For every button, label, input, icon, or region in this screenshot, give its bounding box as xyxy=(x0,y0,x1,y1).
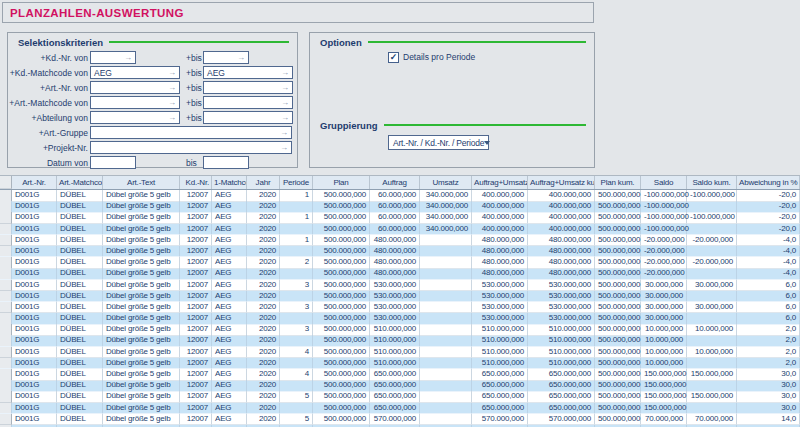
field-datum-von-input[interactable] xyxy=(90,156,136,169)
cell-saldo: 10.000,000 xyxy=(641,347,687,359)
checkmark-icon: ✓ xyxy=(390,53,398,62)
row-selector[interactable] xyxy=(0,190,12,202)
cell-auftrag-umsatz-kum: 400.000,000 xyxy=(528,212,595,224)
field-row-kd-matchcode-von: +Kd.-Matchcode vonAEG→+bisAEG→ xyxy=(8,65,297,80)
cell-auftrag-umsatz-kum: 480.000,000 xyxy=(528,268,595,280)
row-selector[interactable] xyxy=(0,224,12,236)
row-selector[interactable] xyxy=(0,403,12,415)
row-selector[interactable] xyxy=(0,391,12,403)
row-selector[interactable] xyxy=(0,369,12,381)
cell-1-matchcode: AEG xyxy=(212,347,247,359)
cell-art-matchcode: DÜBEL xyxy=(57,235,103,247)
cell-1-matchcode: AEG xyxy=(212,201,247,213)
cell-art-matchcode: DÜBEL xyxy=(57,391,103,403)
field-label-abteilung-von: +Abteilung von xyxy=(11,113,90,123)
table-row[interactable]: D001GDÜBELDübel größe 5 gelb12007AEG2020… xyxy=(0,369,800,380)
cell-saldo-kum: -100.000,000 xyxy=(687,190,737,202)
row-selector[interactable] xyxy=(0,313,12,325)
cell-jahr: 2020 xyxy=(247,224,280,236)
field-kd-nr-von-input[interactable]: → xyxy=(90,51,136,64)
field-datum-von-bis-input[interactable] xyxy=(203,156,249,169)
table-row[interactable]: D001GDÜBELDübel größe 5 gelb12007AEG2020… xyxy=(0,246,800,257)
field-abteilung-von-bis-input[interactable]: → xyxy=(203,111,293,124)
table-row[interactable]: D001GDÜBELDübel größe 5 gelb12007AEG2020… xyxy=(0,380,800,391)
cell-auftrag: 510.000,000 xyxy=(370,347,420,359)
table-row[interactable]: D001GDÜBELDübel größe 5 gelb12007AEG2020… xyxy=(0,324,800,335)
row-selector[interactable] xyxy=(0,414,12,426)
table-row[interactable]: D001GDÜBELDübel größe 5 gelb12007AEG2020… xyxy=(0,358,800,369)
cell-saldo-kum xyxy=(687,313,737,325)
field-kd-matchcode-von-bis-input[interactable]: AEG→ xyxy=(203,66,293,79)
table-row[interactable]: D001GDÜBELDübel größe 5 gelb12007AEG2020… xyxy=(0,403,800,414)
cell-auftrag-umsatz-kum: 400.000,000 xyxy=(528,201,595,213)
table-row[interactable]: D001GDÜBELDübel größe 5 gelb12007AEG2020… xyxy=(0,190,800,201)
cell-plan-kum: 500.000,000 xyxy=(595,313,641,325)
row-selector[interactable] xyxy=(0,246,12,258)
row-selector[interactable] xyxy=(0,257,12,269)
field-projekt-nr-input[interactable]: → xyxy=(90,141,292,154)
lookup-arrow-icon[interactable]: → xyxy=(168,69,176,77)
row-selector[interactable] xyxy=(0,280,12,292)
field-art-matchcode-von-bis-input[interactable]: → xyxy=(203,96,293,109)
row-selector[interactable] xyxy=(0,201,12,213)
details-pro-periode-checkbox[interactable]: ✓ xyxy=(388,52,399,63)
row-selector[interactable] xyxy=(0,380,12,392)
table-row[interactable]: D001GDÜBELDübel größe 5 gelb12007AEG2020… xyxy=(0,302,800,313)
field-kd-matchcode-von-input[interactable]: AEG→ xyxy=(90,66,180,79)
table-row[interactable]: D001GDÜBELDübel größe 5 gelb12007AEG2020… xyxy=(0,257,800,268)
lookup-arrow-icon[interactable]: → xyxy=(281,69,289,77)
cell-saldo: 30.000,000 xyxy=(641,302,687,314)
table-row[interactable]: D001GDÜBELDübel größe 5 gelb12007AEG2020… xyxy=(0,224,800,235)
table-row[interactable]: D001GDÜBELDübel größe 5 gelb12007AEG2020… xyxy=(0,212,800,223)
cell-plan: 500.000,000 xyxy=(313,280,370,292)
table-row[interactable]: D001GDÜBELDübel größe 5 gelb12007AEG2020… xyxy=(0,335,800,346)
row-selector[interactable] xyxy=(0,324,12,336)
field-art-matchcode-von-input[interactable]: → xyxy=(90,96,180,109)
lookup-arrow-icon[interactable]: → xyxy=(281,114,289,122)
col-header-jahr: Jahr xyxy=(247,176,280,189)
table-row[interactable]: D001GDÜBELDübel größe 5 gelb12007AEG2020… xyxy=(0,201,800,212)
lookup-arrow-icon[interactable]: → xyxy=(124,54,132,62)
cell-plan: 500.000,000 xyxy=(313,369,370,381)
lookup-arrow-icon[interactable]: → xyxy=(168,114,176,122)
row-selector[interactable] xyxy=(0,212,12,224)
table-row[interactable]: D001GDÜBELDübel größe 5 gelb12007AEG2020… xyxy=(0,268,800,279)
grouping-select[interactable]: Art.-Nr. / Kd.-Nr. / Periode xyxy=(388,135,489,150)
cell-periode: 1 xyxy=(280,235,313,247)
row-selector[interactable] xyxy=(0,302,12,314)
lookup-arrow-icon[interactable]: → xyxy=(237,54,245,62)
table-row[interactable]: D001GDÜBELDübel größe 5 gelb12007AEG2020… xyxy=(0,347,800,358)
table-row[interactable]: D001GDÜBELDübel größe 5 gelb12007AEG2020… xyxy=(0,235,800,246)
bis-label-kd-nr-von: +bis xyxy=(183,53,203,63)
cell-plan-kum: 500.000,000 xyxy=(595,324,641,336)
row-selector[interactable] xyxy=(0,291,12,303)
lookup-arrow-icon[interactable]: → xyxy=(280,144,288,152)
row-selector[interactable] xyxy=(0,335,12,347)
row-selector[interactable] xyxy=(0,347,12,359)
cell-saldo: 30.000,000 xyxy=(641,291,687,303)
field-art-gruppe-input[interactable]: → xyxy=(90,126,292,139)
table-row[interactable]: D001GDÜBELDübel größe 5 gelb12007AEG2020… xyxy=(0,391,800,402)
cell-art-matchcode: DÜBEL xyxy=(57,224,103,236)
row-selector[interactable] xyxy=(0,358,12,370)
lookup-arrow-icon[interactable]: → xyxy=(168,84,176,92)
row-selector[interactable] xyxy=(0,235,12,247)
lookup-arrow-icon[interactable]: → xyxy=(281,99,289,107)
lookup-arrow-icon[interactable]: → xyxy=(281,84,289,92)
field-kd-nr-von-bis-input[interactable]: → xyxy=(203,51,249,64)
field-abteilung-von-input[interactable]: → xyxy=(90,111,180,124)
lookup-arrow-icon[interactable]: → xyxy=(168,99,176,107)
table-row[interactable]: D001GDÜBELDübel größe 5 gelb12007AEG2020… xyxy=(0,313,800,324)
table-row[interactable]: D001GDÜBELDübel größe 5 gelb12007AEG2020… xyxy=(0,414,800,425)
lookup-arrow-icon[interactable]: → xyxy=(280,129,288,137)
table-row[interactable]: D001GDÜBELDübel größe 5 gelb12007AEG2020… xyxy=(0,291,800,302)
cell-plan: 500.000,000 xyxy=(313,335,370,347)
field-art-nr-von-input[interactable]: → xyxy=(90,81,180,94)
field-label-art-nr-von: +Art.-Nr. von xyxy=(11,83,90,93)
table-row[interactable]: D001GDÜBELDübel größe 5 gelb12007AEG2020… xyxy=(0,280,800,291)
cell-art-text: Dübel größe 5 gelb xyxy=(103,235,180,247)
cell-1-matchcode: AEG xyxy=(212,380,247,392)
row-selector[interactable] xyxy=(0,268,12,280)
field-art-nr-von-bis-input[interactable]: → xyxy=(203,81,293,94)
cell-umsatz: 340.000,000 xyxy=(420,201,472,213)
